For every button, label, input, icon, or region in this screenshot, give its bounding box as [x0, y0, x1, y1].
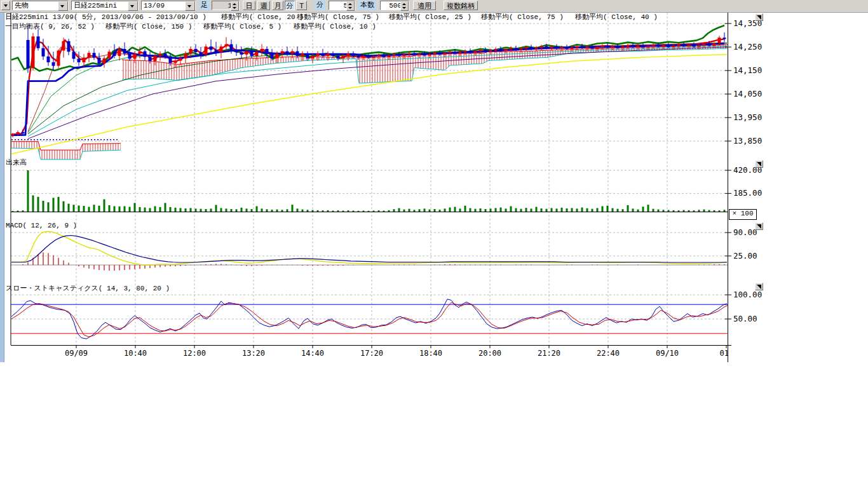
volume-bar: [302, 210, 304, 212]
candle-body: [255, 51, 259, 56]
x-axis-tick-label: 01: [720, 349, 729, 358]
candle-body: [530, 47, 533, 49]
volume-bar: [342, 210, 344, 212]
volume-bar: [332, 210, 334, 212]
volume-bar: [327, 210, 329, 212]
candle-body: [118, 49, 121, 56]
price-pane-menu-button[interactable]: [755, 13, 763, 21]
candle-body: [535, 48, 538, 49]
volume-bar: [637, 210, 639, 212]
apply-button[interactable]: 適用: [413, 1, 436, 10]
pane-menu-icon: [757, 224, 761, 229]
macd-pane-label: MACD( 12, 26, 9 ): [6, 222, 77, 229]
bar-count-input[interactable]: [381, 1, 403, 10]
volume-bar: [703, 210, 705, 212]
volume-bar: [424, 208, 426, 212]
stochastics-pane-menu-button[interactable]: [755, 283, 763, 290]
candle-body: [367, 56, 370, 58]
multi-symbol-button[interactable]: 複数銘柄: [444, 1, 478, 10]
volume-bar: [515, 208, 517, 212]
candle-body: [469, 51, 472, 53]
chart-canvas: 14,35014,25014,15014,05013,95013,850420.…: [0, 0, 868, 362]
chevron-down-icon[interactable]: [58, 1, 68, 11]
candle-body: [413, 53, 416, 55]
legend-ichimoku: 一目均衡表( 9, 26, 52 ): [5, 23, 95, 30]
volume-bar: [251, 209, 253, 212]
volume-bar: [276, 210, 278, 212]
interval-field[interactable]: [329, 1, 355, 10]
volume-bar: [556, 208, 558, 212]
spinner-button[interactable]: [400, 1, 409, 11]
volume-bar: [470, 208, 471, 212]
candle-body: [642, 46, 645, 48]
volume-bar: [459, 208, 461, 212]
x-axis-tick-label: 20:00: [478, 349, 501, 358]
contract-combo[interactable]: 13/09: [141, 1, 196, 10]
candle-body: [393, 54, 396, 55]
period-button-month[interactable]: 月: [272, 1, 283, 10]
volume-bar: [632, 208, 634, 212]
candle-body: [37, 36, 40, 48]
macd-pane-menu-button[interactable]: [755, 222, 763, 230]
volume-bar: [485, 209, 487, 212]
candle-body: [657, 44, 660, 46]
bar-count-field[interactable]: [380, 1, 409, 10]
volume-bar: [673, 210, 675, 212]
volume-bar: [434, 209, 436, 212]
candle-body: [98, 58, 101, 64]
volume-bar: [312, 210, 314, 212]
candle-body: [576, 46, 579, 48]
volume-bar: [617, 209, 619, 212]
candle-body: [286, 51, 289, 54]
volume-pane-menu-button[interactable]: [755, 160, 763, 168]
volume-bar: [73, 205, 75, 212]
candle-body: [505, 50, 508, 51]
chart-menu-button[interactable]: [1, 1, 10, 10]
volume-bar: [271, 210, 273, 212]
spinner-button[interactable]: [346, 1, 355, 11]
candle-body: [306, 53, 309, 58]
volume-bar: [576, 208, 578, 212]
candle-body: [230, 44, 233, 50]
volume-bar: [210, 208, 212, 212]
bar-interval-field[interactable]: [212, 1, 240, 10]
candle-body: [652, 44, 655, 46]
candle-body: [271, 54, 274, 58]
x-axis-tick-label: 12:00: [183, 349, 206, 358]
candle-body: [159, 53, 162, 56]
volume-bar: [388, 210, 390, 212]
volume-bar: [363, 210, 365, 212]
candle-body: [515, 48, 518, 50]
volume-bar: [17, 210, 19, 212]
trading-chart-window: 先物 日経225mini 13/09 足 日 週 月 分 T 分 本数: [0, 0, 868, 488]
spinner-button[interactable]: [231, 1, 239, 11]
symbol-combo[interactable]: 日経225mini: [71, 1, 139, 10]
chevron-down-icon[interactable]: [185, 1, 195, 11]
volume-bar: [200, 209, 202, 212]
candle-body: [550, 46, 553, 48]
period-button-minute[interactable]: 分: [285, 1, 295, 10]
volume-bar: [32, 195, 34, 212]
volume-bar: [581, 208, 583, 212]
volume-bar: [592, 209, 593, 212]
candle-body: [566, 47, 569, 49]
candle-body: [581, 46, 584, 48]
period-button-week[interactable]: 週: [257, 1, 270, 10]
candle-body: [596, 47, 599, 48]
market-combo[interactable]: 先物: [12, 1, 69, 10]
period-button-day[interactable]: 日: [243, 1, 255, 10]
volume-bar: [159, 207, 161, 212]
chevron-down-icon[interactable]: [128, 1, 138, 11]
volume-bar: [566, 208, 568, 212]
candle-body: [693, 44, 696, 46]
volume-bar: [571, 208, 573, 212]
candle-body: [423, 53, 426, 55]
period-button-tick[interactable]: T: [296, 1, 307, 10]
x-axis-tick-label: 17:20: [360, 349, 383, 358]
volume-bar: [373, 210, 375, 212]
volume-bar: [454, 207, 456, 212]
candle-body: [718, 37, 721, 43]
pane-menu-icon: [757, 162, 761, 166]
candle-body: [32, 36, 35, 68]
volume-bar: [693, 210, 695, 212]
